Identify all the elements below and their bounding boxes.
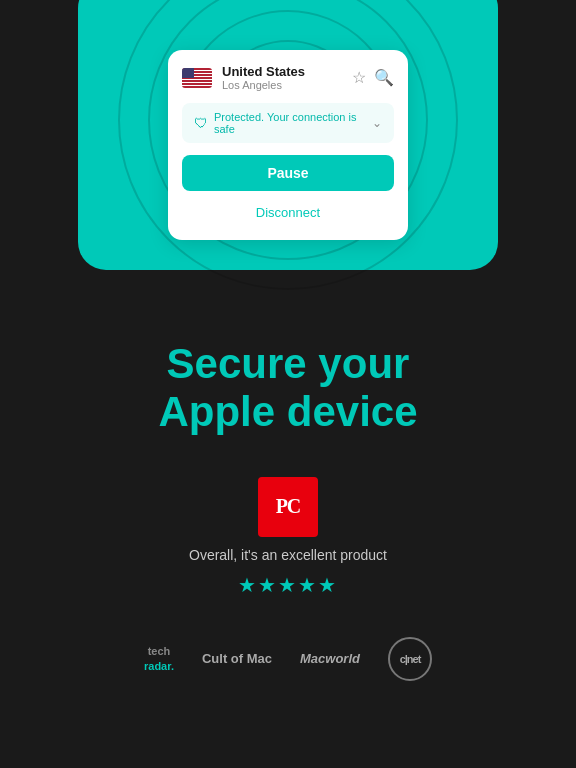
- card-icons: ☆ 🔍: [352, 68, 394, 87]
- star-icon[interactable]: ☆: [352, 68, 366, 87]
- review-text: Overall, it's an excellent product: [189, 547, 387, 563]
- macworld-logo: Macworld: [300, 651, 360, 666]
- headline: Secure your Apple device: [40, 340, 536, 437]
- cnet-logo: c|net: [388, 637, 432, 681]
- us-flag-icon: [182, 68, 212, 88]
- search-icon[interactable]: 🔍: [374, 68, 394, 87]
- protected-text: Protected. Your connection is safe: [214, 111, 372, 135]
- pause-button[interactable]: Pause: [182, 155, 394, 191]
- pcmag-badge: PC: [258, 477, 318, 537]
- city-name: Los Angeles: [222, 79, 305, 91]
- top-section: United States Los Angeles ☆ 🔍 🛡 Protecte…: [0, 0, 576, 310]
- main-content: Secure your Apple device PC Overall, it'…: [0, 310, 576, 701]
- country-info: United States Los Angeles: [222, 64, 305, 91]
- cult-of-mac-logo: Cult of Mac: [202, 651, 272, 666]
- device-mockup: United States Los Angeles ☆ 🔍 🛡 Protecte…: [78, 0, 498, 270]
- disconnect-button[interactable]: Disconnect: [182, 199, 394, 226]
- review-section: PC Overall, it's an excellent product ★★…: [40, 477, 536, 597]
- headline-line1: Secure your: [167, 340, 410, 387]
- shield-icon: 🛡: [194, 115, 208, 131]
- vpn-card-header: United States Los Angeles ☆ 🔍: [182, 64, 394, 91]
- country-name: United States: [222, 64, 305, 79]
- protected-badge: 🛡 Protected. Your connection is safe ⌄: [182, 103, 394, 143]
- techradar-logo: tech radar.: [144, 644, 174, 673]
- vpn-card: United States Los Angeles ☆ 🔍 🛡 Protecte…: [168, 50, 408, 240]
- cnet-text: c|net: [400, 653, 421, 665]
- techradar-tech: tech: [144, 644, 174, 658]
- star-rating: ★★★★★: [238, 573, 338, 597]
- pcmag-text: PC: [276, 495, 301, 518]
- chevron-down-icon[interactable]: ⌄: [372, 116, 382, 130]
- flag-canton: [182, 68, 194, 79]
- flag-country-container: United States Los Angeles: [182, 64, 305, 91]
- press-logos: tech radar. Cult of Mac Macworld c|net: [40, 637, 536, 681]
- headline-line2: Apple device: [158, 388, 417, 435]
- techradar-radar: radar.: [144, 659, 174, 673]
- protected-left: 🛡 Protected. Your connection is safe: [194, 111, 372, 135]
